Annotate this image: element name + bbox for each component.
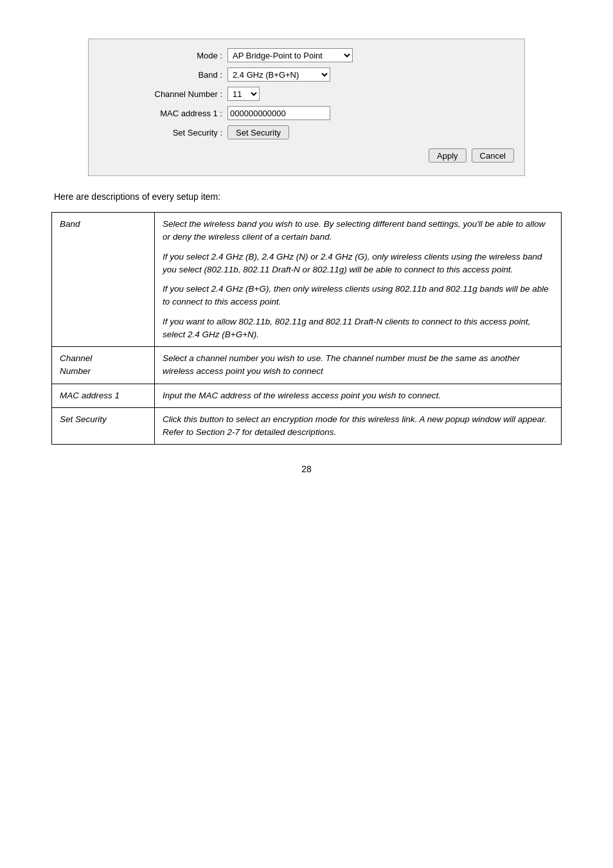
- page-number: 28: [51, 464, 562, 474]
- set-security-button[interactable]: Set Security: [227, 125, 289, 139]
- mac-control: [227, 106, 514, 120]
- band-control: 2.4 GHz (B)2.4 GHz (G)2.4 GHz (N)2.4 GHz…: [227, 67, 514, 82]
- desc-paragraph: Select a channel number you wish to use.…: [163, 352, 553, 378]
- channel-row: Channel Number : 1234567891011121314: [99, 85, 514, 102]
- desc-paragraph: Input the MAC address of the wireless ac…: [163, 389, 553, 402]
- term-cell: Set Security: [52, 407, 155, 445]
- apply-button[interactable]: Apply: [429, 148, 466, 163]
- config-panel: Mode : AP Bridge-Point to PointAP Bridge…: [88, 39, 525, 176]
- term-cell: Band: [52, 213, 155, 347]
- mac-label: MAC address 1 :: [99, 109, 227, 118]
- cancel-button[interactable]: Cancel: [472, 148, 514, 163]
- band-row: Band : 2.4 GHz (B)2.4 GHz (G)2.4 GHz (N)…: [99, 66, 514, 83]
- security-label: Set Security :: [99, 128, 227, 137]
- table-row: MAC address 1Input the MAC address of th…: [52, 384, 562, 407]
- security-row: Set Security : Set Security: [99, 124, 514, 141]
- term-cell: ChannelNumber: [52, 347, 155, 384]
- table-row: ChannelNumberSelect a channel number you…: [52, 347, 562, 384]
- table-row: BandSelect the wireless band you wish to…: [52, 213, 562, 347]
- desc-paragraph: If you want to allow 802.11b, 802.11g an…: [163, 315, 553, 342]
- mode-row: Mode : AP Bridge-Point to PointAP Bridge…: [99, 47, 514, 64]
- channel-select[interactable]: 1234567891011121314: [227, 87, 260, 101]
- desc-cell: Click this button to select an encryptio…: [155, 407, 562, 445]
- mode-select[interactable]: AP Bridge-Point to PointAP Bridge-Point …: [227, 48, 353, 62]
- desc-paragraph: Select the wireless band you wish to use…: [163, 218, 553, 244]
- desc-paragraph: If you select 2.4 GHz (B), 2.4 GHz (N) o…: [163, 251, 553, 277]
- desc-cell: Input the MAC address of the wireless ac…: [155, 384, 562, 407]
- mode-label: Mode :: [99, 51, 227, 60]
- mac-input[interactable]: [227, 106, 330, 120]
- band-select[interactable]: 2.4 GHz (B)2.4 GHz (G)2.4 GHz (N)2.4 GHz…: [227, 67, 330, 82]
- mac-row: MAC address 1 :: [99, 105, 514, 121]
- description-table: BandSelect the wireless band you wish to…: [51, 212, 562, 445]
- mode-control: AP Bridge-Point to PointAP Bridge-Point …: [227, 48, 514, 62]
- band-label: Band :: [99, 70, 227, 80]
- channel-control: 1234567891011121314: [227, 87, 514, 101]
- term-cell: MAC address 1: [52, 384, 155, 407]
- description-intro: Here are descriptions of every setup ite…: [54, 191, 562, 202]
- desc-paragraph: If you select 2.4 GHz (B+G), then only w…: [163, 283, 553, 309]
- action-row: Apply Cancel: [99, 148, 514, 163]
- desc-cell: Select the wireless band you wish to use…: [155, 213, 562, 347]
- security-control: Set Security: [227, 125, 514, 139]
- desc-cell: Select a channel number you wish to use.…: [155, 347, 562, 384]
- table-row: Set SecurityClick this button to select …: [52, 407, 562, 445]
- desc-paragraph: Click this button to select an encryptio…: [163, 413, 553, 439]
- channel-label: Channel Number :: [99, 89, 227, 99]
